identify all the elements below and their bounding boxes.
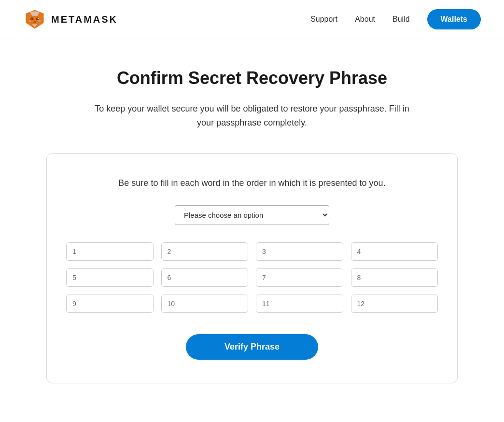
word-number-4: 4 [351,243,365,260]
word-number-9: 9 [67,295,80,312]
logo-area: METAMASK [23,8,118,31]
word-input-6[interactable] [175,269,249,286]
word-number-12: 12 [351,295,365,312]
word-input-3[interactable] [270,243,343,260]
word-input-7[interactable] [270,269,343,286]
word-input-8[interactable] [365,269,438,286]
word-field-8: 8 [351,268,438,287]
phrase-select[interactable]: Please choose an option 12 words 24 word… [175,205,329,225]
word-number-7: 7 [256,269,270,286]
word-field-2: 2 [161,242,249,261]
word-field-9: 9 [66,295,154,313]
word-grid: 123456789101112 [66,242,438,313]
word-number-2: 2 [162,243,175,260]
word-field-1: 1 [66,242,154,261]
word-input-1[interactable] [80,243,154,260]
card: Be sure to fill in each word in the orde… [46,153,458,383]
svg-point-14 [38,20,41,22]
word-number-5: 5 [67,269,80,286]
build-nav-link[interactable]: Build [392,15,410,24]
wallets-button[interactable]: Wallets [427,9,481,29]
svg-point-11 [38,18,38,19]
word-field-11: 11 [256,295,343,313]
dropdown-wrapper: Please choose an option 12 words 24 word… [66,205,438,225]
word-input-10[interactable] [175,295,249,312]
header: METAMASK Support About Build Wallets [0,0,504,39]
word-number-1: 1 [67,243,80,260]
word-number-8: 8 [351,269,365,286]
logo-text: METAMASK [51,14,118,25]
word-field-3: 3 [256,242,343,261]
support-nav-link[interactable]: Support [310,15,337,24]
metamask-fox-icon [23,8,46,31]
page-title: Confirm Secret Recovery Phrase [46,68,458,88]
card-instruction: Be sure to fill in each word in the orde… [66,177,438,190]
main-content: Confirm Secret Recovery Phrase To keep y… [35,39,469,403]
word-field-7: 7 [256,268,343,287]
word-field-10: 10 [161,295,249,313]
word-field-5: 5 [66,268,154,287]
navigation: Support About Build Wallets [310,9,481,29]
word-number-10: 10 [162,295,175,312]
page-subtitle: To keep your wallet secure you will be o… [88,102,416,130]
word-number-11: 11 [256,295,270,312]
word-number-6: 6 [162,269,175,286]
word-input-5[interactable] [80,269,154,286]
word-input-12[interactable] [365,295,438,312]
word-number-3: 3 [256,243,270,260]
word-field-12: 12 [351,295,438,313]
verify-phrase-button[interactable]: Verify Phrase [186,334,318,360]
word-field-6: 6 [161,268,249,287]
svg-point-13 [29,20,32,22]
word-input-9[interactable] [80,295,154,312]
word-field-4: 4 [351,242,438,261]
word-input-11[interactable] [270,295,343,312]
word-input-4[interactable] [365,243,438,260]
word-input-2[interactable] [175,243,249,260]
svg-point-10 [31,18,32,19]
about-nav-link[interactable]: About [355,15,375,24]
